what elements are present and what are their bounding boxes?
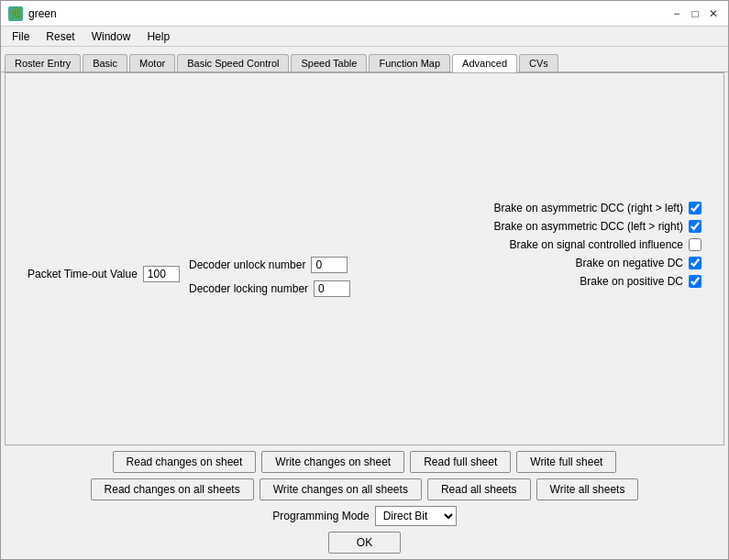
menu-window[interactable]: Window bbox=[84, 28, 138, 45]
tab-function-map[interactable]: Function Map bbox=[369, 54, 450, 71]
checkbox-input-3[interactable] bbox=[689, 257, 701, 269]
tab-advanced[interactable]: Advanced bbox=[452, 54, 517, 72]
decoder-unlock-input[interactable] bbox=[311, 257, 348, 273]
packet-timeout-label: Packet Time-out Value bbox=[28, 268, 138, 280]
programming-mode-select[interactable]: Direct Bit Direct Byte Paged Register bbox=[375, 506, 457, 526]
tab-roster-entry[interactable]: Roster Entry bbox=[5, 54, 81, 71]
main-window: 🌿 green − □ ✕ File Reset Window Help Ros… bbox=[0, 0, 729, 560]
tab-basic[interactable]: Basic bbox=[83, 54, 127, 71]
checkbox-input-2[interactable] bbox=[689, 238, 701, 251]
read-changes-on-sheet-button[interactable]: Read changes on sheet bbox=[113, 451, 257, 473]
read-changes-all-sheets-button[interactable]: Read changes on all sheets bbox=[91, 478, 254, 500]
checkbox-row-0: Brake on asymmetric DCC (right > left) bbox=[494, 202, 701, 214]
checkbox-label-0: Brake on asymmetric DCC (right > left) bbox=[494, 202, 683, 214]
packet-timeout-input[interactable] bbox=[143, 266, 180, 282]
decoder-section: Decoder unlock number Decoder locking nu… bbox=[189, 257, 350, 304]
content-area: Packet Time-out Value Decoder unlock num… bbox=[5, 72, 724, 445]
checkbox-row-2: Brake on signal controlled influence bbox=[494, 238, 701, 251]
checkbox-label-2: Brake on signal controlled influence bbox=[510, 238, 683, 251]
decoder-locking-row: Decoder locking number bbox=[189, 280, 350, 297]
tab-speed-table[interactable]: Speed Table bbox=[291, 54, 367, 71]
button-row-1: Read changes on sheet Write changes on s… bbox=[8, 451, 721, 473]
checkbox-label-3: Brake on negative DC bbox=[576, 257, 683, 269]
ok-button[interactable]: OK bbox=[328, 532, 401, 554]
button-row-2: Read changes on all sheets Write changes… bbox=[8, 478, 721, 500]
decoder-unlock-label: Decoder unlock number bbox=[189, 258, 305, 271]
checkbox-label-1: Brake on asymmetric DCC (left > right) bbox=[494, 220, 683, 233]
checkbox-label-4: Brake on positive DC bbox=[580, 275, 683, 288]
window-controls: − □ ✕ bbox=[669, 6, 721, 21]
menu-file[interactable]: File bbox=[5, 28, 37, 45]
menu-bar: File Reset Window Help bbox=[1, 27, 728, 47]
decoder-unlock-row: Decoder unlock number bbox=[189, 257, 350, 273]
app-icon: 🌿 bbox=[8, 6, 23, 21]
decoder-locking-input[interactable] bbox=[314, 280, 350, 297]
checkbox-input-1[interactable] bbox=[689, 220, 701, 233]
menu-reset[interactable]: Reset bbox=[39, 28, 82, 45]
tab-motor[interactable]: Motor bbox=[129, 54, 175, 71]
write-all-sheets-button[interactable]: Write all sheets bbox=[536, 478, 639, 500]
maximize-button[interactable]: □ bbox=[688, 6, 702, 21]
tab-cvs[interactable]: CVs bbox=[519, 54, 558, 71]
write-changes-on-sheet-button[interactable]: Write changes on sheet bbox=[261, 451, 404, 473]
tab-basic-speed-control[interactable]: Basic Speed Control bbox=[177, 54, 289, 71]
read-all-sheets-button[interactable]: Read all sheets bbox=[427, 478, 531, 500]
close-button[interactable]: ✕ bbox=[706, 6, 721, 21]
read-full-sheet-button[interactable]: Read full sheet bbox=[410, 451, 511, 473]
checkbox-input-4[interactable] bbox=[689, 275, 701, 288]
packet-timeout-section: Packet Time-out Value bbox=[28, 266, 180, 282]
programming-row: Programming Mode Direct Bit Direct Byte … bbox=[8, 506, 721, 526]
checkbox-row-3: Brake on negative DC bbox=[494, 257, 701, 269]
minimize-button[interactable]: − bbox=[669, 6, 684, 21]
write-full-sheet-button[interactable]: Write full sheet bbox=[516, 451, 616, 473]
bottom-buttons: Read changes on sheet Write changes on s… bbox=[1, 445, 728, 559]
checkbox-row-4: Brake on positive DC bbox=[494, 275, 701, 288]
title-bar: 🌿 green − □ ✕ bbox=[1, 1, 728, 27]
checkbox-row-1: Brake on asymmetric DCC (left > right) bbox=[494, 220, 701, 233]
write-changes-all-sheets-button[interactable]: Write changes on all sheets bbox=[260, 478, 422, 500]
window-title: green bbox=[28, 7, 57, 20]
title-bar-left: 🌿 green bbox=[8, 6, 57, 21]
programming-mode-label: Programming Mode bbox=[272, 510, 369, 522]
tab-bar: Roster Entry Basic Motor Basic Speed Con… bbox=[1, 47, 728, 72]
decoder-locking-label: Decoder locking number bbox=[189, 282, 308, 295]
checkbox-input-0[interactable] bbox=[689, 202, 701, 214]
ok-row: OK bbox=[8, 532, 721, 554]
menu-help[interactable]: Help bbox=[139, 28, 177, 45]
checkbox-section: Brake on asymmetric DCC (right > left) B… bbox=[494, 202, 701, 288]
